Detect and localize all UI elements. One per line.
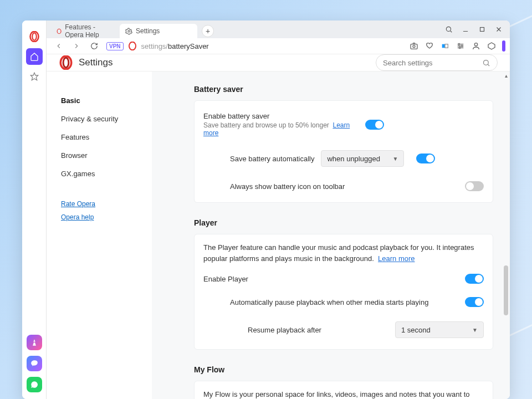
search-settings-box[interactable] xyxy=(376,54,498,71)
svg-line-26 xyxy=(488,64,489,66)
opera-favicon-icon xyxy=(57,28,62,35)
svg-point-19 xyxy=(458,43,460,45)
section-battery-title: Battery saver xyxy=(194,85,493,94)
chevron-down-icon: ▼ xyxy=(472,327,478,333)
scrollbar[interactable]: ▴ ▾ xyxy=(502,71,510,399)
card-flow: My Flow is your personal space for links… xyxy=(194,381,493,399)
svg-rect-8 xyxy=(480,28,484,32)
select-save-auto[interactable]: when unplugged ▼ xyxy=(321,150,404,167)
forward-button[interactable] xyxy=(69,38,84,54)
settings-nav: Basic Privacy & security Features Browse… xyxy=(47,71,152,399)
gear-icon xyxy=(125,28,132,35)
svg-point-11 xyxy=(129,42,136,50)
main-column: Features - Opera Help Settings + VPN set… xyxy=(47,21,510,399)
tab-active-label: Settings xyxy=(136,27,160,35)
opera-help-link[interactable]: Opera help xyxy=(61,211,143,224)
extensions-icon[interactable] xyxy=(484,39,499,53)
opera-logo-icon xyxy=(59,55,73,70)
save-auto-label: Save battery automatically xyxy=(230,155,314,163)
section-player-title: Player xyxy=(194,218,493,227)
svg-point-25 xyxy=(484,60,489,65)
resume-label: Resume playback after xyxy=(248,326,321,334)
svg-point-22 xyxy=(474,43,477,46)
address-toolbar: VPN settings/batterySaver xyxy=(47,38,510,54)
scroll-thumb[interactable] xyxy=(504,265,508,315)
player-learn-more-link[interactable]: Learn more xyxy=(378,254,415,263)
select-save-auto-value: when unplugged xyxy=(327,155,380,163)
section-flow-title: My Flow xyxy=(194,365,493,374)
tab-inactive-label: Features - Opera Help xyxy=(65,23,112,39)
player-desc: The Player feature can handle your music… xyxy=(203,243,474,263)
card-player: The Player feature can handle your music… xyxy=(194,234,493,350)
nav-browser[interactable]: Browser xyxy=(61,146,143,165)
account-indicator[interactable] xyxy=(502,40,505,52)
messenger-app-icon[interactable] xyxy=(27,356,42,371)
toggle-save-auto[interactable] xyxy=(416,154,435,163)
toggle-always-icon[interactable] xyxy=(465,181,484,191)
nav-gxgames[interactable]: GX.games xyxy=(61,165,143,183)
vpn-badge[interactable]: VPN xyxy=(106,42,124,50)
nav-features[interactable]: Features xyxy=(61,128,143,146)
toggle-auto-pause[interactable] xyxy=(465,297,484,307)
select-resume-value: 1 second xyxy=(401,326,431,334)
tab-active[interactable]: Settings xyxy=(120,24,197,38)
always-icon-label: Always show battery icon on toolbar xyxy=(230,182,465,191)
nav-basic[interactable]: Basic xyxy=(61,91,143,110)
maximize-button[interactable] xyxy=(474,22,490,37)
browser-window: Features - Opera Help Settings + VPN set… xyxy=(22,21,510,399)
home-icon[interactable] xyxy=(26,48,43,65)
svg-line-6 xyxy=(450,30,452,32)
browser-sidebar xyxy=(22,21,47,399)
address-bar[interactable]: settings/batterySaver xyxy=(139,42,405,50)
aria-app-icon[interactable] xyxy=(27,335,42,350)
toggle-enable-player[interactable] xyxy=(465,274,484,284)
easy-setup-icon[interactable] xyxy=(453,39,468,53)
svg-point-21 xyxy=(459,47,461,49)
flow-desc: My Flow is your personal space for links… xyxy=(203,389,484,399)
whatsapp-app-icon[interactable] xyxy=(27,377,42,392)
page-title: Settings xyxy=(79,57,112,68)
close-button[interactable] xyxy=(491,22,507,37)
settings-header: Settings xyxy=(47,54,510,71)
scroll-up-button[interactable]: ▴ xyxy=(502,71,510,79)
enable-battery-label: Enable battery saver xyxy=(203,112,365,120)
chevron-down-icon: ▼ xyxy=(393,156,398,162)
opera-icon[interactable] xyxy=(26,28,43,45)
svg-point-4 xyxy=(128,30,130,32)
tab-inactive[interactable]: Features - Opera Help xyxy=(51,24,117,38)
svg-rect-15 xyxy=(445,44,448,48)
auto-pause-label: Automatically pause playback when other … xyxy=(230,298,465,306)
search-settings-input[interactable] xyxy=(383,59,478,67)
new-tab-button[interactable]: + xyxy=(202,25,214,37)
back-button[interactable] xyxy=(51,38,66,54)
search-in-tabs-icon[interactable] xyxy=(441,22,457,37)
select-resume[interactable]: 1 second ▼ xyxy=(395,321,484,338)
card-battery: Enable battery saver Save battery and br… xyxy=(194,100,493,203)
nav-privacy[interactable]: Privacy & security xyxy=(61,110,143,128)
bookmark-icon[interactable] xyxy=(26,68,43,85)
search-icon xyxy=(482,59,490,67)
svg-rect-14 xyxy=(442,44,445,48)
reload-button[interactable] xyxy=(86,38,102,54)
svg-rect-12 xyxy=(411,44,417,49)
svg-point-5 xyxy=(446,27,451,31)
settings-content: Battery saver Enable battery saver Save … xyxy=(152,71,510,399)
svg-marker-2 xyxy=(30,73,38,80)
adblock-icon[interactable] xyxy=(438,39,452,53)
rate-opera-link[interactable]: Rate Opera xyxy=(61,197,143,211)
minimize-button[interactable] xyxy=(458,22,473,37)
enable-player-label: Enable Player xyxy=(203,275,465,283)
toggle-enable-battery[interactable] xyxy=(365,120,384,130)
titlebar: Features - Opera Help Settings + xyxy=(47,21,510,38)
svg-point-20 xyxy=(461,45,463,47)
profile-icon[interactable] xyxy=(469,39,483,53)
svg-point-1 xyxy=(32,33,37,40)
heart-icon[interactable] xyxy=(422,39,437,53)
opera-url-icon xyxy=(128,42,137,50)
svg-point-13 xyxy=(413,45,415,48)
svg-point-3 xyxy=(57,29,61,33)
content-wrap: Basic Privacy & security Features Browse… xyxy=(47,71,510,399)
snapshot-icon[interactable] xyxy=(407,39,421,53)
enable-battery-sub: Save battery and browse up to 50% longer xyxy=(203,121,329,129)
svg-point-24 xyxy=(63,58,69,67)
